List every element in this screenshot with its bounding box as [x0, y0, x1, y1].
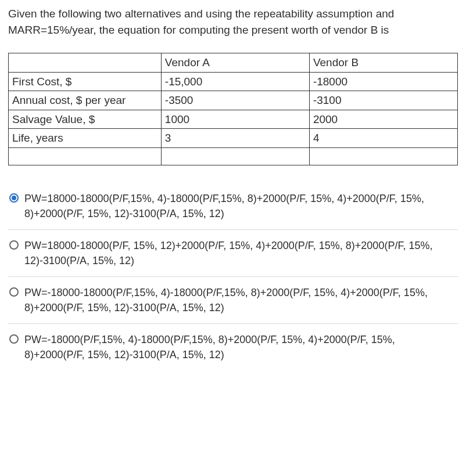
row-label: Annual cost, $ per year	[9, 91, 162, 110]
data-table: Vendor A Vendor B First Cost, $ -15,000 …	[8, 53, 458, 165]
option-text: PW=-18000-18000(P/F,15%, 4)-18000(P/F,15…	[24, 285, 457, 315]
option-text: PW=18000-18000(P/F, 15%, 12)+2000(P/F, 1…	[24, 238, 457, 268]
row-label: Salvage Value, $	[9, 110, 162, 129]
option-1[interactable]: PW=18000-18000(P/F,15%, 4)-18000(P/F,15%…	[8, 183, 458, 230]
option-text: PW=-18000(P/F,15%, 4)-18000(P/F,15%, 8)+…	[24, 332, 457, 362]
option-text: PW=18000-18000(P/F,15%, 4)-18000(P/F,15%…	[24, 191, 457, 221]
empty-cell	[9, 147, 162, 165]
cell-vendor-b: -18000	[309, 72, 457, 91]
options-group: PW=18000-18000(P/F,15%, 4)-18000(P/F,15%…	[8, 183, 458, 371]
cell-vendor-a: -3500	[161, 91, 309, 110]
cell-vendor-a: -15,000	[161, 72, 309, 91]
cell-vendor-b: -3100	[309, 91, 457, 110]
row-label: First Cost, $	[9, 72, 162, 91]
cell-vendor-a: 1000	[161, 110, 309, 129]
cell-vendor-b: 2000	[309, 110, 457, 129]
header-vendor-b: Vendor B	[309, 53, 457, 73]
empty-cell	[309, 147, 457, 165]
empty-cell	[161, 147, 309, 165]
header-blank	[9, 53, 162, 73]
table-empty-row	[9, 147, 458, 165]
cell-vendor-b: 4	[309, 129, 457, 148]
option-2[interactable]: PW=18000-18000(P/F, 15%, 12)+2000(P/F, 1…	[8, 230, 458, 277]
table-row: Life, years 3 4	[9, 129, 458, 148]
header-vendor-a: Vendor A	[161, 53, 309, 73]
table-header-row: Vendor A Vendor B	[9, 53, 458, 73]
row-label: Life, years	[9, 129, 162, 148]
cell-vendor-a: 3	[161, 129, 309, 148]
option-4[interactable]: PW=-18000(P/F,15%, 4)-18000(P/F,15%, 8)+…	[8, 324, 458, 370]
table-row: First Cost, $ -15,000 -18000	[9, 72, 458, 91]
radio-icon[interactable]	[9, 334, 19, 344]
table-row: Annual cost, $ per year -3500 -3100	[9, 91, 458, 110]
option-3[interactable]: PW=-18000-18000(P/F,15%, 4)-18000(P/F,15…	[8, 277, 458, 324]
question-text: Given the following two alternatives and…	[8, 6, 458, 38]
table-row: Salvage Value, $ 1000 2000	[9, 110, 458, 129]
radio-icon[interactable]	[9, 240, 19, 250]
radio-icon[interactable]	[9, 287, 19, 297]
radio-icon[interactable]	[9, 193, 19, 203]
